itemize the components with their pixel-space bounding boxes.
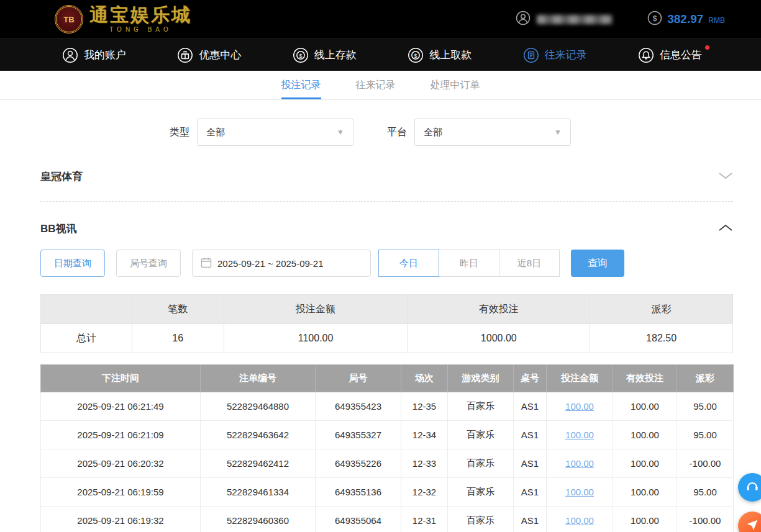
cell-table_no: AS1 bbox=[514, 507, 547, 532]
cell-bet_amount: 100.00 bbox=[547, 392, 613, 421]
nav-item-withdraw[interactable]: $ 线上取款 bbox=[408, 47, 472, 63]
summary-header-valid-bet: 有效投注 bbox=[408, 295, 590, 324]
cell-order_no: 522829461334 bbox=[201, 478, 316, 507]
section-crown-sports[interactable]: 皇冠体育 bbox=[40, 146, 733, 202]
username-masked bbox=[537, 15, 613, 24]
bet-amount-link[interactable]: 100.00 bbox=[565, 401, 594, 412]
section-title: 皇冠体育 bbox=[40, 169, 83, 184]
cell-session: 12-34 bbox=[401, 421, 448, 449]
table-row: 2025-09-21 06:21:09522829463642649355327… bbox=[41, 421, 734, 449]
search-button[interactable]: 查询 bbox=[571, 250, 624, 277]
cell-session: 12-33 bbox=[401, 449, 448, 478]
deposit-icon: $ bbox=[293, 47, 309, 63]
nav-item-records[interactable]: 往来记录 bbox=[523, 47, 587, 63]
balance-amount: 382.97 bbox=[667, 12, 703, 26]
coin-icon: $ bbox=[647, 11, 662, 28]
platform-select-value: 全部 bbox=[424, 127, 442, 138]
contact-app-button[interactable] bbox=[738, 512, 761, 532]
nav-label: 线上取款 bbox=[429, 48, 472, 62]
cell-table_no: AS1 bbox=[514, 478, 547, 507]
type-select[interactable]: 全部 ▼ bbox=[197, 119, 353, 146]
cell-session: 12-31 bbox=[401, 507, 448, 532]
quick-range-group: 今日 昨日 近8日 bbox=[378, 250, 560, 277]
withdraw-icon: $ bbox=[408, 47, 424, 63]
cell-round_no: 649355226 bbox=[316, 449, 401, 478]
logo-badge-icon: TB bbox=[55, 5, 83, 34]
bet-amount-link[interactable]: 100.00 bbox=[565, 487, 594, 497]
cell-round_no: 649355064 bbox=[316, 507, 401, 532]
notification-badge-dot bbox=[705, 45, 709, 50]
last-8-days-button[interactable]: 近8日 bbox=[499, 250, 560, 277]
cell-order_no: 522829463642 bbox=[201, 421, 316, 449]
account-icon bbox=[62, 47, 78, 63]
cell-round_no: 649355423 bbox=[316, 392, 401, 421]
col-round-no: 局号 bbox=[316, 365, 401, 392]
summary-header-empty bbox=[41, 295, 132, 324]
logo-title: 通宝娱乐城 bbox=[89, 6, 192, 24]
summary-total-row: 总计 16 1100.00 1000.00 182.50 bbox=[41, 324, 733, 353]
col-game-type: 游戏类别 bbox=[448, 365, 514, 392]
cell-valid_bet: 100.00 bbox=[613, 507, 677, 532]
record-tabs: 投注记录 往来记录 处理中订单 bbox=[0, 71, 761, 100]
cell-game_type: 百家乐 bbox=[448, 392, 514, 421]
logo-subtitle: TONG BAO bbox=[89, 26, 192, 33]
cell-order_no: 522829462412 bbox=[201, 449, 316, 478]
cell-order_no: 522829464880 bbox=[201, 392, 316, 421]
today-button[interactable]: 今日 bbox=[378, 250, 439, 277]
bet-records-table: 下注时间 注单编号 局号 场次 游戏类别 桌号 投注金额 有效投注 派彩 202… bbox=[40, 364, 734, 532]
top-header: TB 通宝娱乐城 TONG BAO $ 382.97 bbox=[0, 0, 761, 38]
col-order-no: 注单编号 bbox=[201, 365, 316, 392]
bet-table-body: 2025-09-21 06:21:49522829464880649355423… bbox=[41, 392, 734, 532]
cell-bet_amount: 100.00 bbox=[547, 478, 613, 507]
nav-label: 我的账户 bbox=[84, 48, 126, 62]
nav-item-my-account[interactable]: 我的账户 bbox=[62, 47, 126, 63]
nav-item-deposit[interactable]: $ 线上存款 bbox=[293, 47, 357, 63]
nav-label: 信息公告 bbox=[660, 48, 702, 62]
user-account[interactable] bbox=[516, 11, 613, 28]
platform-select[interactable]: 全部 ▼ bbox=[414, 119, 571, 146]
chevron-down-icon: ▼ bbox=[337, 128, 344, 137]
bet-amount-link[interactable]: 100.00 bbox=[565, 430, 594, 440]
table-row: 2025-09-21 06:20:32522829462412649355226… bbox=[41, 449, 734, 478]
summary-header-count: 笔数 bbox=[132, 295, 224, 324]
date-range-picker[interactable]: 2025-09-21 ~ 2025-09-21 bbox=[192, 250, 371, 277]
bet-amount-link[interactable]: 100.00 bbox=[565, 515, 594, 526]
yesterday-button[interactable]: 昨日 bbox=[439, 250, 499, 277]
tab-processing-orders[interactable]: 处理中订单 bbox=[431, 71, 480, 99]
col-table-no: 桌号 bbox=[514, 365, 547, 392]
chevron-down-icon[interactable] bbox=[718, 171, 733, 183]
cell-game_type: 百家乐 bbox=[448, 421, 514, 449]
customer-service-button[interactable] bbox=[738, 473, 761, 502]
cell-session: 12-35 bbox=[401, 392, 448, 421]
cell-payout: 95.00 bbox=[677, 392, 734, 421]
summary-payout: 182.50 bbox=[590, 324, 733, 353]
cell-round_no: 649355327 bbox=[316, 421, 401, 449]
headset-icon bbox=[745, 479, 760, 496]
summary-bet-amount: 1100.00 bbox=[224, 324, 408, 353]
nav-label: 线上存款 bbox=[314, 48, 357, 62]
cell-bet_time: 2025-09-21 06:20:32 bbox=[41, 449, 201, 478]
tab-transaction-records[interactable]: 往来记录 bbox=[356, 71, 396, 99]
date-range-value: 2025-09-21 ~ 2025-09-21 bbox=[217, 258, 324, 269]
cell-game_type: 百家乐 bbox=[448, 478, 514, 507]
chevron-up-icon[interactable] bbox=[718, 223, 733, 235]
nav-item-promotions[interactable]: 优惠中心 bbox=[177, 47, 241, 63]
balance-currency: RMB bbox=[708, 16, 725, 25]
balance[interactable]: $ 382.97 RMB bbox=[647, 11, 725, 28]
user-icon bbox=[516, 11, 531, 28]
table-row: 2025-09-21 06:19:59522829461334649355136… bbox=[41, 478, 734, 507]
cell-bet_time: 2025-09-21 06:19:59 bbox=[41, 478, 201, 507]
date-query-button[interactable]: 日期查询 bbox=[40, 250, 105, 277]
nav-item-announcements[interactable]: 信息公告 bbox=[638, 47, 702, 63]
summary-header-payout: 派彩 bbox=[590, 295, 733, 324]
col-bet-amount: 投注金额 bbox=[547, 365, 613, 392]
cell-game_type: 百家乐 bbox=[448, 449, 514, 478]
summary-header-bet-amount: 投注金额 bbox=[224, 295, 408, 324]
section-bb-video[interactable]: BB视讯 bbox=[40, 202, 733, 236]
tab-bet-records[interactable]: 投注记录 bbox=[281, 71, 321, 99]
logo[interactable]: TB 通宝娱乐城 TONG BAO bbox=[55, 5, 192, 34]
cell-bet_time: 2025-09-21 06:21:09 bbox=[41, 421, 201, 449]
bet-amount-link[interactable]: 100.00 bbox=[565, 458, 594, 469]
round-query-button[interactable]: 局号查询 bbox=[116, 250, 181, 277]
cell-bet_amount: 100.00 bbox=[547, 421, 613, 449]
